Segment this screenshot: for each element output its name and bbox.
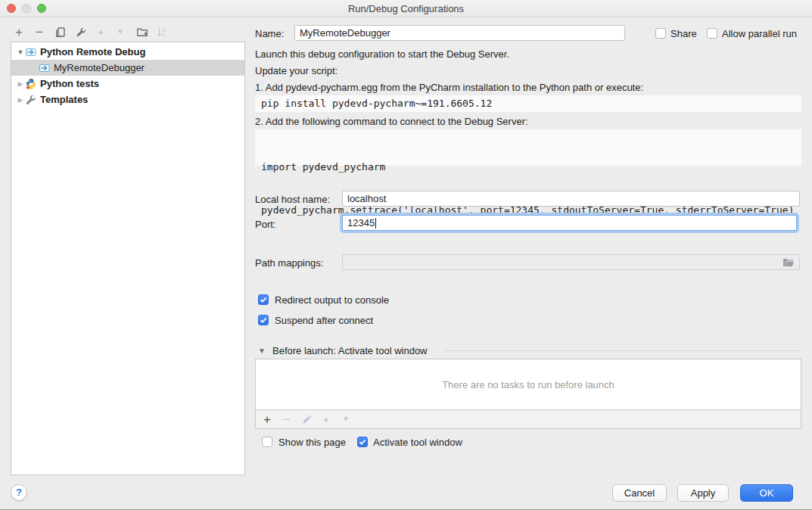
instruction-step-2: 2. Add the following command to connect … bbox=[255, 116, 528, 127]
show-this-page-checkbox[interactable] bbox=[262, 437, 272, 447]
tree-item-label: Python tests bbox=[40, 78, 99, 89]
wrench-icon bbox=[76, 26, 87, 38]
code-text: pip install pydevd-pycharm~=191.6605.12 bbox=[261, 98, 492, 109]
edit-task-button bbox=[300, 412, 313, 427]
apply-button[interactable]: Apply bbox=[677, 484, 729, 502]
edit-templates-button[interactable] bbox=[73, 24, 89, 39]
move-up-button: ▲ bbox=[92, 24, 109, 39]
move-down-button: ▼ bbox=[112, 24, 129, 39]
tree-item-templates[interactable]: ▶ Templates bbox=[11, 92, 244, 107]
copy-configuration-button[interactable] bbox=[51, 24, 68, 39]
close-window-icon[interactable] bbox=[7, 4, 16, 13]
move-task-up-button: ▲ bbox=[319, 412, 333, 427]
copy-icon bbox=[54, 26, 66, 38]
tree-item-label: MyRemoteDebugger bbox=[54, 62, 145, 73]
question-mark-icon: ? bbox=[16, 487, 22, 498]
text-caret bbox=[375, 218, 376, 229]
chevron-right-icon[interactable]: ▶ bbox=[16, 96, 25, 104]
plus-icon: + bbox=[263, 413, 271, 426]
allow-parallel-run-checkbox[interactable] bbox=[707, 28, 717, 39]
instruction-step-1: 1. Add pydevd-pycharm.egg from the PyCha… bbox=[255, 82, 643, 93]
instruction-line-2: Update your script: bbox=[255, 65, 338, 76]
arrow-up-icon: ▲ bbox=[322, 415, 330, 423]
suspend-after-connect-checkbox[interactable] bbox=[258, 315, 269, 325]
pencil-icon bbox=[302, 415, 312, 424]
activate-tool-window-checkbox[interactable] bbox=[357, 437, 368, 447]
tree-item-label: Templates bbox=[40, 94, 88, 105]
tasks-toolbar: + − ▲ ▼ bbox=[255, 409, 801, 429]
before-launch-tasks-panel[interactable]: There are no tasks to run before launch bbox=[255, 359, 801, 410]
python-tests-icon bbox=[25, 78, 37, 90]
folder-plus-icon bbox=[136, 26, 148, 38]
before-launch-header[interactable]: Before launch: Activate tool window bbox=[272, 345, 428, 356]
local-host-name-input[interactable] bbox=[342, 191, 800, 207]
svg-text:z: z bbox=[162, 32, 164, 37]
port-value: 12345 bbox=[347, 216, 375, 230]
name-label: Name: bbox=[255, 28, 284, 39]
port-label: Port: bbox=[255, 219, 275, 230]
redirect-output-checkbox[interactable] bbox=[258, 294, 269, 305]
remote-debug-icon bbox=[25, 46, 37, 58]
open-folder-icon[interactable] bbox=[782, 257, 795, 268]
settrace-code-block: import pydevd_pycharm pydevd_pycharm.set… bbox=[255, 129, 801, 166]
share-label[interactable]: Share bbox=[670, 28, 697, 39]
local-host-name-label: Local host name: bbox=[255, 194, 330, 205]
minus-icon: − bbox=[283, 413, 291, 426]
activate-tool-window-label[interactable]: Activate tool window bbox=[373, 437, 462, 448]
instruction-line-1: Launch this debug configuration to start… bbox=[255, 48, 509, 60]
window-title: Run/Debug Configurations bbox=[348, 3, 464, 14]
plus-icon: + bbox=[15, 26, 23, 39]
port-input[interactable]: 12345 bbox=[342, 215, 797, 231]
remove-configuration-button[interactable]: − bbox=[31, 24, 48, 39]
run-debug-configurations-dialog: Run/Debug Configurations + − ▲ ▼ az ▼ Py… bbox=[0, 0, 812, 510]
suspend-after-connect-label[interactable]: Suspend after connect bbox=[275, 315, 373, 326]
remove-task-button: − bbox=[280, 412, 294, 427]
code-line-1: import pydevd_pycharm bbox=[261, 160, 795, 174]
tree-item-my-remote-debugger[interactable]: MyRemoteDebugger bbox=[11, 60, 244, 76]
chevron-right-icon[interactable]: ▶ bbox=[16, 80, 25, 88]
tree-item-label: Python Remote Debug bbox=[40, 46, 145, 58]
name-input[interactable] bbox=[294, 25, 625, 41]
title-bar: Run/Debug Configurations bbox=[0, 0, 812, 17]
pip-install-code-block: pip install pydevd-pycharm~=191.6605.12 bbox=[255, 95, 801, 112]
sort-configurations-button: az bbox=[153, 24, 170, 39]
remote-debug-icon bbox=[39, 62, 51, 74]
path-mappings-input bbox=[342, 254, 800, 270]
tree-item-python-remote-debug[interactable]: ▼ Python Remote Debug bbox=[11, 44, 244, 60]
move-task-down-button: ▼ bbox=[339, 412, 353, 427]
minus-icon: − bbox=[36, 26, 43, 39]
minimize-window-icon bbox=[22, 4, 31, 13]
cancel-button[interactable]: Cancel bbox=[612, 484, 667, 502]
section-divider bbox=[445, 350, 801, 351]
tree-item-python-tests[interactable]: ▶ Python tests bbox=[11, 76, 244, 92]
create-folder-button[interactable] bbox=[134, 24, 151, 39]
arrow-down-icon: ▼ bbox=[342, 415, 350, 423]
arrow-down-icon: ▼ bbox=[117, 28, 124, 36]
no-tasks-message: There are no tasks to run before launch bbox=[442, 379, 614, 390]
add-task-button[interactable]: + bbox=[260, 412, 274, 427]
allow-parallel-run-label[interactable]: Allow parallel run bbox=[722, 28, 797, 39]
redirect-output-label[interactable]: Redirect output to console bbox=[275, 294, 389, 306]
add-configuration-button[interactable]: + bbox=[11, 24, 27, 39]
zoom-window-icon[interactable] bbox=[37, 4, 46, 13]
path-mappings-label: Path mappings: bbox=[255, 257, 323, 269]
show-this-page-label[interactable]: Show this page bbox=[278, 437, 346, 448]
configurations-tree: ▼ Python Remote Debug MyRemoteDebugger ▶… bbox=[11, 42, 245, 475]
ok-button[interactable]: OK bbox=[740, 484, 793, 502]
collapse-section-icon[interactable]: ▼ bbox=[258, 347, 266, 355]
share-checkbox[interactable] bbox=[655, 28, 666, 39]
chevron-down-icon[interactable]: ▼ bbox=[16, 48, 25, 56]
wrench-icon bbox=[25, 94, 37, 106]
help-button[interactable]: ? bbox=[11, 484, 27, 501]
sort-alpha-icon: az bbox=[156, 26, 167, 38]
arrow-up-icon: ▲ bbox=[97, 28, 104, 36]
